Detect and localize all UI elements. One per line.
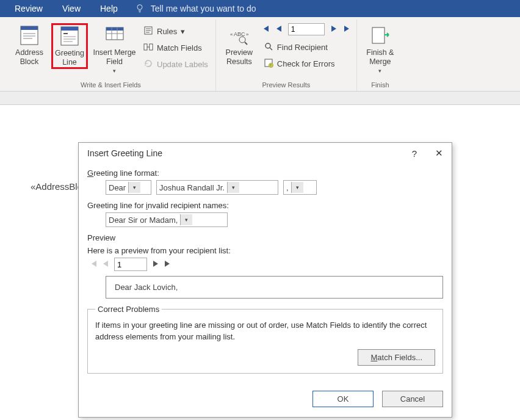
match-fields-icon	[143, 42, 153, 54]
address-block-icon	[18, 24, 40, 46]
finish-merge-label: Finish & Merge	[363, 48, 397, 67]
prev-record-icon[interactable]	[275, 24, 283, 35]
dropdown-caret-icon: ▾	[291, 182, 303, 193]
correct-problems-group: Correct Problems If items in your greeti…	[87, 305, 443, 374]
update-labels-icon	[143, 59, 153, 70]
ribbon-tabs: Review View Help Tell me what you want t…	[0, 0, 520, 17]
insert-merge-field-button[interactable]: Insert Merge Field ▾	[92, 23, 137, 77]
svg-line-26	[270, 48, 272, 50]
invalid-names-label: Greeting line for invalid recipient name…	[87, 201, 443, 210]
preview-first-icon	[90, 260, 97, 269]
preview-record-input[interactable]	[114, 258, 147, 271]
cancel-button[interactable]: Cancel	[382, 391, 443, 407]
svg-line-24	[245, 42, 247, 45]
tab-review[interactable]: Review	[6, 1, 51, 16]
dropdown-caret-icon: ▾	[378, 67, 381, 76]
preview-last-icon[interactable]	[164, 260, 172, 269]
punctuation-combo[interactable]: , ▾	[283, 180, 317, 195]
update-labels-label: Update Labels	[157, 60, 208, 69]
name-format-combo[interactable]: Joshua Randall Jr. ▾	[156, 180, 278, 195]
greeting-line-label: Greeting Line	[53, 49, 86, 67]
greeting-format-label: GGreeting line format:reeting line forma…	[87, 168, 443, 178]
name-format-value: Joshua Randall Jr.	[159, 183, 225, 192]
close-icon[interactable]: ✕	[435, 148, 443, 159]
salutation-value: Dear	[109, 183, 126, 192]
address-block-label: Address Block	[12, 48, 46, 67]
correct-problems-legend: Correct Problems	[95, 305, 162, 314]
preview-prev-icon	[102, 260, 109, 269]
greeting-line-icon	[59, 25, 81, 47]
svg-text:«: «	[230, 32, 233, 37]
svg-rect-18	[144, 44, 147, 50]
last-record-icon[interactable]	[343, 24, 352, 35]
insert-merge-field-label: Insert Merge Field	[93, 48, 136, 67]
rules-label: Rules	[157, 27, 177, 36]
address-block-button[interactable]: Address Block	[11, 23, 48, 68]
dialog-title: Insert Greeting Line	[87, 148, 162, 158]
salutation-combo[interactable]: Dear ▾	[106, 180, 151, 195]
group-write-insert-fields: Address Block Greeting Line Insert Merge…	[6, 20, 216, 91]
group-preview-results: «ABC» Preview Results Find Recipient	[216, 20, 357, 91]
svg-point-0	[137, 4, 142, 9]
finish-merge-icon	[369, 24, 391, 46]
search-icon	[264, 42, 273, 53]
dropdown-caret-icon: ▾	[128, 182, 140, 193]
preview-results-button[interactable]: «ABC» Preview Results	[221, 23, 258, 68]
svg-rect-13	[106, 27, 123, 31]
dropdown-caret-icon: ▾	[227, 182, 239, 193]
tab-help[interactable]: Help	[92, 1, 126, 16]
svg-text:»: »	[246, 32, 249, 37]
find-recipient-label: Find Recipient	[277, 43, 328, 52]
dropdown-caret-icon: ▾	[180, 214, 192, 225]
invalid-greeting-combo[interactable]: Dear Sir or Madam, ▾	[106, 212, 228, 227]
svg-point-25	[265, 43, 270, 48]
group-label: Write & Insert Fields	[11, 80, 211, 91]
preview-text: Dear Jack Lovich,	[115, 283, 178, 292]
check-errors-label: Check for Errors	[277, 59, 335, 68]
match-fields-label: Match Fields	[157, 43, 202, 52]
page-gap	[0, 92, 520, 105]
lightbulb-icon	[135, 3, 145, 15]
group-label: Preview Results	[221, 80, 352, 91]
insert-merge-field-icon	[104, 24, 126, 46]
dropdown-caret-icon: ▾	[181, 27, 185, 36]
check-errors-icon: !	[264, 58, 273, 70]
match-fields-button[interactable]: Match Fields	[141, 41, 211, 55]
check-errors-button[interactable]: ! Check for Errors	[261, 57, 352, 71]
ribbon: Address Block Greeting Line Insert Merge…	[0, 17, 520, 92]
invalid-greeting-value: Dear Sir or Madam,	[109, 215, 178, 225]
tell-me-search[interactable]: Tell me what you want to do	[135, 3, 256, 15]
preview-next-icon[interactable]	[152, 260, 159, 269]
insert-greeting-line-dialog: Insert Greeting Line ? ✕ GGreeting line …	[78, 142, 452, 418]
tab-view[interactable]: View	[54, 1, 89, 16]
dropdown-caret-icon: ▾	[113, 67, 116, 76]
tell-me-label: Tell me what you want to do	[151, 4, 256, 13]
svg-point-23	[239, 37, 245, 43]
update-labels-button: Update Labels	[141, 57, 211, 71]
preview-output: Dear Jack Lovich,	[106, 276, 443, 299]
preview-intro: Here is a preview from your recipient li…	[87, 246, 443, 255]
preview-results-label: Preview Results	[222, 48, 256, 67]
svg-rect-30	[372, 27, 385, 43]
help-button[interactable]: ?	[412, 148, 417, 159]
group-finish: Finish & Merge ▾ Finish	[357, 20, 403, 91]
punctuation-value: ,	[286, 183, 289, 192]
preview-results-icon: «ABC»	[228, 24, 250, 46]
rules-icon	[143, 26, 153, 37]
greeting-line-button[interactable]: Greeting Line	[51, 23, 88, 69]
preview-section-header: Preview	[87, 233, 443, 242]
next-record-icon[interactable]	[330, 24, 338, 35]
first-record-icon[interactable]	[261, 24, 270, 35]
correct-problems-text: If items in your greeting line are missi…	[95, 320, 435, 343]
ok-button[interactable]: OK	[312, 391, 374, 407]
svg-rect-7	[61, 27, 78, 31]
svg-text:ABC: ABC	[234, 31, 245, 37]
record-number-input[interactable]	[288, 23, 325, 35]
find-recipient-button[interactable]: Find Recipient	[261, 40, 352, 54]
finish-merge-button[interactable]: Finish & Merge ▾	[362, 23, 399, 77]
svg-rect-2	[21, 26, 38, 30]
svg-rect-19	[150, 44, 153, 50]
match-fields-dialog-button[interactable]: Match Fields...Match Fields...	[358, 349, 435, 366]
rules-button[interactable]: Rules ▾	[141, 24, 211, 38]
group-label: Finish	[362, 80, 399, 91]
